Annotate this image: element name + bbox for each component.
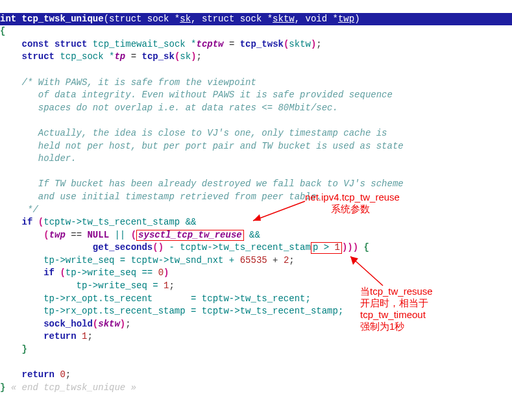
- annotation-2: 当tcp_tw_resuse 开启时，相当于 tcp_tw_timeout 强制…: [360, 286, 477, 332]
- code-block: int tcp_twsk_unique(struct sock *sk, str…: [0, 0, 512, 394]
- rx-opt-line-2: tp->rx_opt.ts_recent_stamp = tcptw->tw_t…: [0, 306, 343, 316]
- end-comment: « end tcp_twsk_unique »: [11, 382, 136, 393]
- brace-open: {: [0, 26, 5, 36]
- highlight-timeout: p > 1: [311, 242, 342, 253]
- rx-opt-line-1: tp->rx_opt.ts_recent = tcptw->tw_ts_rece…: [0, 293, 311, 304]
- highlight-sysctl: sysctl_tcp_tw_reuse: [136, 230, 244, 241]
- inner-brace-close: }: [0, 344, 27, 354]
- function-signature: int tcp_twsk_unique(struct sock *sk, str…: [0, 13, 512, 26]
- annotation-1: net.ipv4.tcp_tw_reuse 系统参数: [305, 191, 400, 215]
